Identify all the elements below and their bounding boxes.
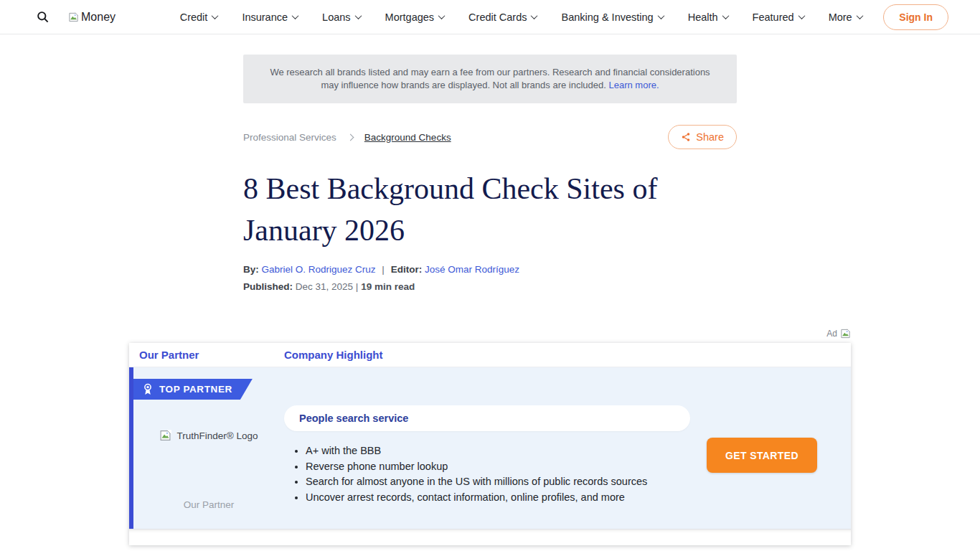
chevron-down-icon xyxy=(657,12,664,19)
editor-label: Editor: xyxy=(391,264,423,275)
chevron-down-icon xyxy=(438,12,446,19)
money-logo[interactable]: Money xyxy=(68,11,116,24)
breadcrumb: Professional Services Background Checks xyxy=(243,132,451,143)
read-time: 19 min read xyxy=(361,281,415,292)
share-button[interactable]: Share xyxy=(668,125,737,149)
nav-item-more[interactable]: More xyxy=(829,11,862,23)
get-started-button[interactable]: GET STARTED xyxy=(707,438,817,473)
highlight-bullet: Reverse phone number lookup xyxy=(306,459,690,475)
nav-item-banking-investing[interactable]: Banking & Investing xyxy=(561,11,663,23)
chevron-down-icon xyxy=(856,12,863,19)
share-label: Share xyxy=(696,131,724,143)
ad-label: Ad xyxy=(826,329,837,339)
highlight-bullet: Uncover arrest records, contact informat… xyxy=(306,490,690,506)
company-highlight-column: People search service A+ with the BBB Re… xyxy=(284,367,851,529)
chevron-down-icon xyxy=(212,12,219,19)
byline: By: Gabriel O. Rodriguez Cruz | Editor: … xyxy=(243,264,737,275)
ad-disclosure: Ad xyxy=(129,328,851,339)
nav-item-credit-cards[interactable]: Credit Cards xyxy=(468,11,537,23)
nav-item-loans[interactable]: Loans xyxy=(322,11,361,23)
highlight-title: People search service xyxy=(299,413,408,424)
broken-image-icon xyxy=(159,429,171,442)
nav-item-insurance[interactable]: Insurance xyxy=(242,11,298,23)
share-icon xyxy=(681,132,691,142)
published-date: Dec 31, 2025 xyxy=(296,281,353,292)
highlight-bullets: A+ with the BBB Reverse phone number loo… xyxy=(306,443,690,505)
highlight-title-pill: People search service xyxy=(284,405,690,431)
main-nav: Credit Insurance Loans Mortgages Credit … xyxy=(137,11,862,23)
chevron-down-icon xyxy=(798,12,805,19)
next-table-row xyxy=(129,529,851,545)
by-label: By: xyxy=(243,264,259,275)
chevron-down-icon xyxy=(354,12,362,19)
partner-logo-column: TruthFinder® Logo Our Partner xyxy=(133,367,284,529)
chevron-right-icon xyxy=(347,133,354,141)
partner-row: TOP PARTNER TruthFinder® Logo Our Partne… xyxy=(129,367,851,529)
company-highlight-header: Company Highlight xyxy=(284,349,383,361)
nav-item-mortgages[interactable]: Mortgages xyxy=(385,11,445,23)
broken-image-icon xyxy=(840,328,851,339)
editor-link[interactable]: José Omar Rodríguez xyxy=(425,264,519,275)
truthfinder-logo[interactable]: TruthFinder® Logo xyxy=(159,429,258,442)
page-title: 8 Best Background Check Sites of January… xyxy=(243,168,737,251)
our-partner-header: Our Partner xyxy=(139,349,199,361)
published-line: Published: Dec 31, 2025 | 19 min read xyxy=(243,281,737,292)
nav-item-featured[interactable]: Featured xyxy=(753,11,804,23)
breadcrumb-background-checks[interactable]: Background Checks xyxy=(364,132,451,143)
our-partner-caption: Our Partner xyxy=(184,499,235,510)
sign-in-button[interactable]: Sign In xyxy=(883,4,948,30)
highlight-bullet: A+ with the BBB xyxy=(306,443,690,459)
nav-item-credit[interactable]: Credit xyxy=(180,11,218,23)
partner-table-header: Our Partner Company Highlight xyxy=(129,343,851,367)
chevron-down-icon xyxy=(531,12,538,19)
highlight-bullet: Search for almost anyone in the US with … xyxy=(306,474,690,490)
nav-item-health[interactable]: Health xyxy=(688,11,728,23)
learn-more-link[interactable]: Learn more. xyxy=(608,80,659,90)
published-label: Published: xyxy=(243,281,293,292)
author-link[interactable]: Gabriel O. Rodriguez Cruz xyxy=(262,264,376,275)
broken-image-icon xyxy=(68,11,79,23)
top-navigation-bar: Money Credit Insurance Loans Mortgages C… xyxy=(0,0,980,34)
affiliate-disclaimer: We research all brands listed and may ea… xyxy=(243,55,737,103)
chevron-down-icon xyxy=(292,12,299,19)
logo-alt-text: Money xyxy=(81,11,116,24)
chevron-down-icon xyxy=(722,12,729,19)
breadcrumb-professional-services[interactable]: Professional Services xyxy=(243,132,336,143)
logo-alt-text: TruthFinder® Logo xyxy=(176,430,258,441)
search-icon[interactable] xyxy=(36,10,50,24)
top-partner-card: Our Partner Company Highlight TOP PARTNE… xyxy=(129,343,851,545)
